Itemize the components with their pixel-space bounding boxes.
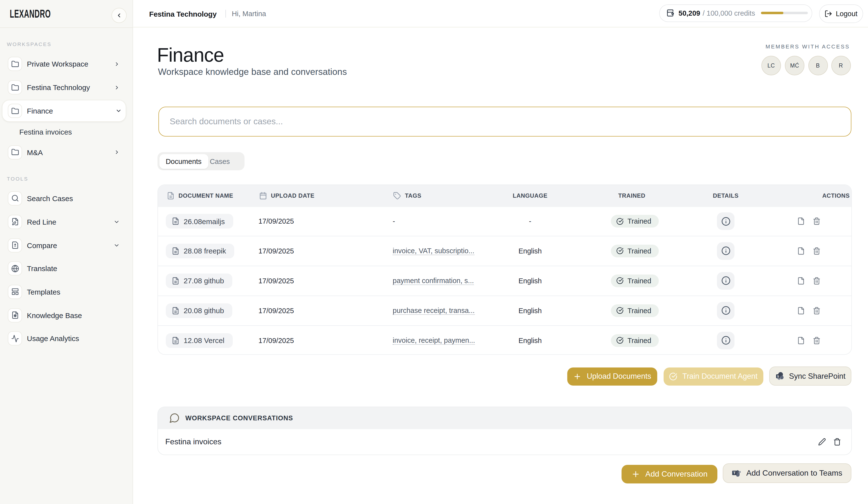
svg-text:T: T: [734, 471, 736, 475]
svg-text:S: S: [777, 375, 779, 378]
